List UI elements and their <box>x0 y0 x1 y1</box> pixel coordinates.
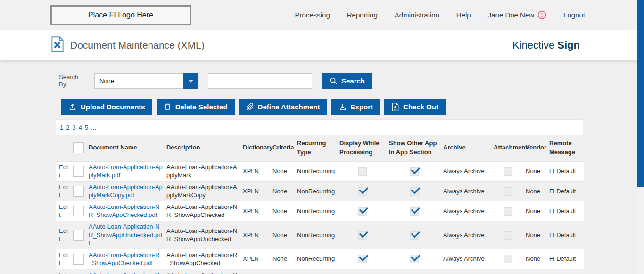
description-cell: AAuto-Loan-Application-R_ShowAppUnchecke… <box>165 269 241 274</box>
archive-cell: Always Archive <box>441 269 492 274</box>
upload-documents-button[interactable]: Upload Documents <box>61 99 152 115</box>
attachment-checkbox <box>504 167 512 176</box>
table-row: Edit AAuto-Loan-Application-NR_ShowAppCh… <box>56 201 584 221</box>
nav-reporting[interactable]: Reporting <box>347 11 378 19</box>
alert-circle-icon <box>537 10 546 19</box>
user-menu[interactable]: Jane Doe New <box>488 10 546 19</box>
table-body: Edit AAuto-Loan-Application-ApplyMark.pd… <box>56 161 584 274</box>
edit-link[interactable]: Edit <box>59 203 68 219</box>
document-name-link[interactable]: AAuto-Loan-Application-ApplyMarkCopy.pdf <box>89 183 163 199</box>
row-select-checkbox[interactable] <box>73 206 84 216</box>
page-link-1[interactable]: 1 <box>60 124 63 131</box>
export-button[interactable]: Export <box>331 99 380 115</box>
row-select-checkbox[interactable] <box>73 186 84 197</box>
document-name-link[interactable]: AAuto-Loan-Application-R_ShowAppUnchecke… <box>89 271 159 274</box>
select-all-checkbox-cell <box>71 135 87 161</box>
criteria-cell: None <box>271 221 295 249</box>
recurring-type-cell: NonRecurring <box>295 269 338 274</box>
row-select-checkbox[interactable] <box>73 166 84 177</box>
vendor-cell: None <box>524 201 547 221</box>
upload-icon <box>68 103 77 111</box>
document-name-link[interactable]: AAuto-Loan-Application-ApplyMark.pdf <box>89 164 163 179</box>
dictionary-cell: XPLN <box>241 181 271 201</box>
paperclip-icon <box>246 103 254 111</box>
delete-selected-button[interactable]: Delete Selected <box>157 99 235 115</box>
select-all-checkbox[interactable] <box>73 142 84 153</box>
export-label: Export <box>351 103 373 111</box>
show-other-app-checkbox <box>410 167 419 176</box>
vendor-cell: None <box>524 269 547 274</box>
search-button[interactable]: Search <box>322 73 372 89</box>
row-select-checkbox[interactable] <box>73 230 84 241</box>
recurring-type-cell: NonRecurring <box>295 181 338 201</box>
check-out-button[interactable]: Check Out <box>384 99 446 115</box>
recurring-type-cell: NonRecurring <box>295 249 338 269</box>
header-remote-message: Remote Message <box>547 135 584 161</box>
scrollbar-thumb[interactable] <box>637 0 644 187</box>
header-show-other-app: Show Other App In App Section <box>387 135 441 161</box>
edit-link[interactable]: Edit <box>59 183 68 199</box>
table-row: Edit AAuto-Loan-Application-NR_ShowAppUn… <box>56 221 584 249</box>
header-criteria: Criteria <box>271 135 295 161</box>
define-attachment-button[interactable]: Define Attachment <box>239 99 327 115</box>
fi-logo-text: Place FI Logo Here <box>88 11 153 19</box>
vendor-cell: None <box>524 221 547 249</box>
show-other-app-checkbox <box>410 187 419 196</box>
vertical-scrollbar[interactable] <box>637 0 644 274</box>
dictionary-cell: XPLN <box>241 201 271 221</box>
delete-selected-label: Delete Selected <box>175 103 228 111</box>
page-link-3[interactable]: 3 <box>72 124 75 131</box>
nav-administration[interactable]: Administration <box>395 11 439 19</box>
criteria-cell: None <box>271 161 295 181</box>
row-select-checkbox[interactable] <box>73 254 84 265</box>
vendor-cell: None <box>524 161 547 181</box>
criteria-cell: None <box>271 269 295 274</box>
table-row: Edit AAuto-Loan-Application-ApplyMarkCop… <box>56 181 584 201</box>
table-row: Edit AAuto-Loan-Application-ApplyMark.pd… <box>56 161 584 181</box>
document-name-link[interactable]: AAuto-Loan-Application-R_ShowAppChecked.… <box>89 251 159 267</box>
user-name[interactable]: Jane Doe New <box>488 11 534 19</box>
edit-link[interactable]: Edit <box>59 251 68 267</box>
search-bar: Search By: None Search <box>59 73 644 89</box>
logout-link[interactable]: Logout <box>563 11 585 19</box>
vendor-cell: None <box>524 181 547 201</box>
define-attachment-label: Define Attachment <box>258 103 320 111</box>
table-header-row: Document Name Description Dictionary Cri… <box>56 135 584 161</box>
page-title: Document Maintenance (XML) <box>70 40 205 51</box>
dictionary-cell: XPLN <box>241 161 271 181</box>
dictionary-cell: XPLN <box>241 221 271 249</box>
edit-link[interactable]: Edit <box>59 164 68 179</box>
nav-processing[interactable]: Processing <box>295 11 330 19</box>
trash-icon <box>164 103 172 111</box>
search-by-dropdown[interactable]: None <box>94 73 198 89</box>
description-cell: AAuto-Loan-Application-NR_ShowAppChecked <box>165 201 241 221</box>
edit-link[interactable]: Edit <box>59 271 68 274</box>
page-link-more[interactable]: ... <box>91 124 96 131</box>
page-link-4[interactable]: 4 <box>79 124 82 131</box>
header-description: Description <box>165 135 241 161</box>
page-link-5[interactable]: 5 <box>85 124 88 131</box>
brand-logo: Kinective Sign <box>512 39 580 51</box>
document-name-link[interactable]: AAuto-Loan-Application-NR_ShowAppUncheck… <box>89 223 162 247</box>
search-icon <box>330 77 338 85</box>
recurring-type-cell: NonRecurring <box>295 161 338 181</box>
table-row: Edit AAuto-Loan-Application-R_ShowAppUnc… <box>56 269 584 274</box>
attachment-checkbox <box>504 187 512 196</box>
attachment-checkbox <box>504 207 512 216</box>
recurring-type-cell: NonRecurring <box>295 221 338 249</box>
edit-link[interactable]: Edit <box>59 227 68 243</box>
search-input[interactable] <box>208 73 312 89</box>
criteria-cell: None <box>271 249 295 269</box>
upload-documents-label: Upload Documents <box>81 103 145 111</box>
search-button-label: Search <box>341 77 365 85</box>
main-nav: Processing Reporting Administration Help… <box>295 10 585 19</box>
document-name-link[interactable]: AAuto-Loan-Application-NR_ShowAppChecked… <box>89 203 159 219</box>
description-cell: AAuto-Loan-Application-R_ShowAppChecked <box>165 249 241 269</box>
page-link-2[interactable]: 2 <box>66 124 69 131</box>
archive-cell: Always Archive <box>441 161 492 181</box>
chevron-down-icon[interactable] <box>183 73 198 89</box>
description-cell: AAuto-Loan-Application-NR_ShowAppUncheck… <box>165 221 241 249</box>
dictionary-cell: XPLN <box>241 269 271 274</box>
display-while-processing-checkbox <box>358 255 367 263</box>
nav-help[interactable]: Help <box>456 11 471 19</box>
